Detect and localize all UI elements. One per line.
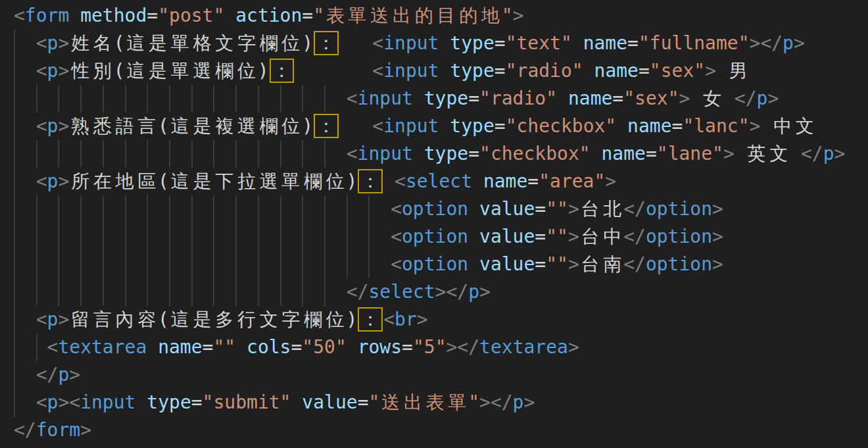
token-punct: < <box>372 115 383 137</box>
token-punct: < <box>372 32 383 54</box>
token-punct: < <box>14 5 25 26</box>
token-tag: option <box>646 198 712 220</box>
token-attr: type <box>450 115 494 137</box>
token-text <box>591 143 602 164</box>
token-punct: > <box>58 60 69 82</box>
token-attr: value <box>302 391 357 413</box>
token-str: "radio" <box>506 60 583 82</box>
cjk-glyph: 單 <box>279 168 302 195</box>
token-str: "lanc" <box>683 115 749 137</box>
token-attr: value <box>479 253 535 275</box>
token-text <box>339 115 373 137</box>
token-attr: name <box>483 170 527 192</box>
token-punct: > <box>80 419 91 441</box>
token-eq: = <box>627 32 639 54</box>
cjk-glyph: 欄 <box>213 57 235 85</box>
token-attr: method <box>80 5 147 26</box>
token-eq: = <box>672 115 683 137</box>
token-punct: > <box>568 253 579 275</box>
token-tag: textarea <box>479 336 568 358</box>
token-tag: p <box>47 60 59 82</box>
cjk-glyph: 字 <box>235 30 258 57</box>
cjk-glyph: 單 <box>169 30 191 57</box>
token-text <box>583 60 594 82</box>
token-tag: option <box>402 226 468 247</box>
token-attr: name <box>158 336 202 358</box>
token-text: 男 <box>716 60 750 82</box>
cjk-glyph: 文 <box>258 306 280 334</box>
token-tag: p <box>47 309 59 330</box>
cjk-glyph: 欄 <box>302 306 324 334</box>
indent-guides <box>14 85 347 112</box>
cjk-glyph: 文 <box>794 112 816 140</box>
token-punct: </ <box>623 253 646 275</box>
code-line: </select></p> <box>14 278 868 306</box>
token-attr: value <box>479 226 535 247</box>
code-editor[interactable]: <form method="post" action="表單送出的目的地"> <… <box>0 0 868 444</box>
token-eq: = <box>535 226 546 247</box>
token-tag: select <box>368 281 435 303</box>
cjk-glyph: 台 <box>579 223 602 251</box>
token-punct: < <box>372 60 383 82</box>
token-punct: < <box>391 226 402 247</box>
token-str: "lane" <box>657 143 723 164</box>
token-text <box>413 87 424 109</box>
token-attr: name <box>568 87 612 109</box>
token-str: "" <box>546 198 568 220</box>
token-str: "fullname" <box>639 32 750 54</box>
token-text <box>616 115 627 137</box>
cjk-glyph: 欄 <box>258 30 280 57</box>
indent-guides <box>14 251 391 278</box>
token-punct: > <box>767 87 779 109</box>
token-punct: </ <box>347 281 369 303</box>
token-eq: = <box>291 336 302 358</box>
token-str: "50" <box>302 336 346 358</box>
token-attr: value <box>479 198 535 220</box>
token-text <box>557 87 568 109</box>
token-attr: name <box>627 115 671 137</box>
token-tag: input <box>383 32 439 54</box>
token-punct: < <box>36 391 47 413</box>
token-tag: form <box>36 419 80 441</box>
token-punct: > <box>568 198 579 220</box>
token-punct: < <box>36 60 47 82</box>
token-attr: rows <box>358 336 402 358</box>
token-punct: < <box>347 87 358 109</box>
indent-guides <box>14 306 36 334</box>
cjk-glyph: 女 <box>701 85 723 112</box>
token-punct: > <box>446 336 458 358</box>
code-line: <p><input type="submit" value="送出表單"></p… <box>14 389 868 416</box>
token-tag: textarea <box>58 336 147 358</box>
token-str: "" <box>213 336 235 358</box>
token-tag: p <box>47 115 59 137</box>
token-eq: = <box>494 60 506 82</box>
token-eq: = <box>468 143 479 164</box>
token-tag: p <box>783 32 794 54</box>
cjk-glyph: 這 <box>169 168 191 195</box>
token-punct: < <box>36 309 47 330</box>
unicode-highlight-box: ： <box>314 31 339 55</box>
code-line: <p>姓名(這是單格文字欄位)： <input type="text" name… <box>14 30 868 57</box>
token-eq: = <box>203 336 214 358</box>
cjk-glyph: 文 <box>213 30 235 57</box>
token-str: "送出表單" <box>368 391 479 413</box>
token-punct: </ <box>36 364 59 386</box>
token-text <box>69 5 80 26</box>
cjk-glyph: 欄 <box>258 112 280 140</box>
token-eq: = <box>468 87 479 109</box>
cjk-glyph: 的 <box>413 2 435 30</box>
token-str: "area" <box>539 170 605 192</box>
cjk-glyph: 這 <box>125 57 147 85</box>
token-attr: name <box>583 32 627 54</box>
unicode-highlight-box: ： <box>358 169 383 193</box>
token-eq: = <box>302 5 313 26</box>
token-tag: p <box>47 32 59 54</box>
token-punct: > <box>58 32 69 54</box>
token-text <box>295 60 372 82</box>
token-punct: < <box>69 391 80 413</box>
cjk-glyph: 選 <box>258 168 280 195</box>
token-text <box>135 391 147 413</box>
cjk-glyph: 選 <box>191 57 214 85</box>
token-tag: input <box>383 115 439 137</box>
cjk-glyph: 位 <box>324 168 347 195</box>
